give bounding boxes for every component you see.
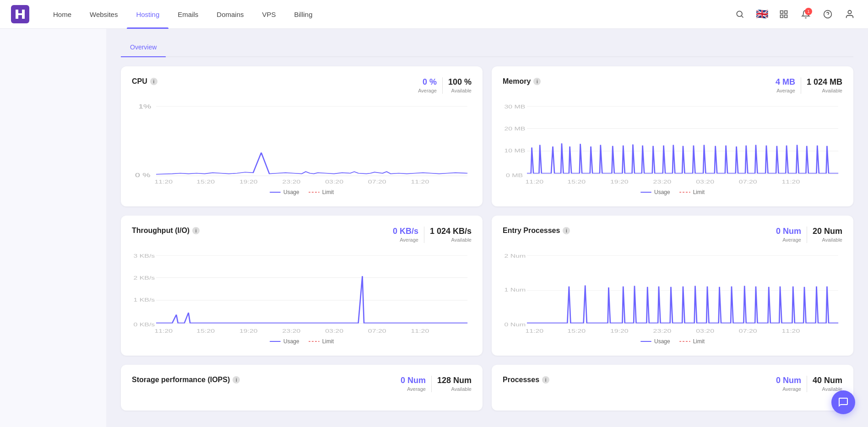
chat-button[interactable] (831, 390, 855, 414)
user-account-icon[interactable] (842, 7, 857, 22)
throughput-info-icon[interactable]: i (192, 227, 200, 234)
storage-iops-card: Storage performance (IOPS) i 0 Num Avera… (121, 365, 483, 411)
memory-stats: 4 MB Average 1 024 MB Available (776, 77, 842, 94)
processes-stat-divider (807, 376, 807, 392)
nav-billing[interactable]: Billing (285, 0, 322, 29)
help-icon[interactable] (820, 7, 835, 22)
svg-text:1 KB/s: 1 KB/s (134, 297, 155, 303)
memory-legend-limit: Limit (679, 189, 705, 195)
svg-text:11:20: 11:20 (525, 329, 543, 333)
svg-text:11:20: 11:20 (782, 329, 800, 333)
main-layout: Overview CPU i 0 % Average (0, 29, 868, 427)
limit-line-icon (309, 192, 320, 193)
svg-text:07:20: 07:20 (368, 179, 386, 184)
cpu-legend: Usage Limit (132, 189, 472, 195)
cpu-info-icon[interactable]: i (150, 78, 157, 85)
storage-iops-header: Storage performance (IOPS) i 0 Num Avera… (132, 376, 472, 392)
site-logo[interactable] (11, 5, 29, 23)
sidebar (0, 29, 106, 427)
entry-limit-line-icon (679, 341, 690, 342)
svg-text:1%: 1% (138, 103, 151, 109)
memory-info-icon[interactable]: i (533, 78, 541, 85)
memory-avg-value: 4 MB (776, 77, 795, 87)
search-icon[interactable] (732, 7, 747, 22)
nav-websites[interactable]: Websites (81, 0, 127, 29)
language-flag-icon[interactable]: 🇬🇧 (754, 7, 769, 22)
storage-iops-avail-value: 128 Num (437, 376, 472, 385)
entry-processes-avg-value: 0 Num (776, 227, 801, 236)
processes-stats: 0 Num Average 40 Num Available (776, 376, 842, 392)
memory-stat-divider (801, 77, 801, 94)
throughput-avail-value: 1 024 KB/s (430, 227, 472, 236)
svg-text:23:20: 23:20 (653, 179, 672, 184)
nav-home[interactable]: Home (44, 0, 81, 29)
nav-right-icons: 🇬🇧 1 (732, 7, 857, 22)
throughput-avail-label: Available (430, 237, 472, 243)
svg-text:19:20: 19:20 (610, 179, 629, 184)
nav-vps[interactable]: VPS (253, 0, 285, 29)
cpu-limit-label: Limit (322, 189, 334, 195)
cpu-avail-label: Available (448, 88, 472, 93)
svg-text:07:20: 07:20 (368, 329, 386, 333)
storage-iops-title-text: Storage performance (IOPS) (132, 376, 230, 384)
throughput-title: Throughput (I/O) i (132, 227, 393, 235)
svg-text:30 MB: 30 MB (505, 104, 526, 109)
throughput-avg-block: 0 KB/s Average (393, 227, 418, 243)
svg-text:1 Num: 1 Num (505, 287, 526, 292)
processes-info-icon[interactable]: i (542, 376, 549, 384)
processes-avg-block: 0 Num Average (776, 376, 801, 392)
memory-card: Memory i 4 MB Average 1 024 MB Available (492, 66, 853, 206)
processes-title: Processes i (503, 376, 776, 384)
svg-text:11:20: 11:20 (525, 179, 543, 184)
nav-emails[interactable]: Emails (168, 0, 207, 29)
storage-iops-title: Storage performance (IOPS) i (132, 376, 401, 384)
svg-text:15:20: 15:20 (567, 329, 586, 333)
entry-processes-card: Entry Processes i 0 Num Average 20 Num A… (492, 216, 853, 356)
svg-text:11:20: 11:20 (782, 179, 800, 184)
storage-iops-avail-label: Available (437, 386, 472, 392)
dashboard-icon[interactable] (776, 7, 791, 22)
cpu-title-text: CPU (132, 77, 147, 86)
svg-text:03:20: 03:20 (325, 179, 343, 184)
svg-text:10 MB: 10 MB (505, 148, 526, 153)
processes-avg-value: 0 Num (776, 376, 801, 385)
memory-avail-value: 1 024 MB (807, 77, 842, 87)
svg-text:2 KB/s: 2 KB/s (134, 276, 155, 281)
entry-processes-avail-label: Available (813, 237, 842, 243)
throughput-stats: 0 KB/s Average 1 024 KB/s Available (393, 227, 472, 243)
entry-processes-stat-divider (807, 227, 807, 243)
nav-domains[interactable]: Domains (207, 0, 253, 29)
svg-text:03:20: 03:20 (696, 179, 714, 184)
memory-card-header: Memory i 4 MB Average 1 024 MB Available (503, 77, 842, 94)
nav-links: Home Websites Hosting Emails Domains VPS… (44, 0, 732, 29)
throughput-legend: Usage Limit (132, 338, 472, 345)
throughput-limit-line-icon (309, 341, 320, 342)
tab-overview[interactable]: Overview (121, 38, 166, 57)
svg-text:15:20: 15:20 (196, 179, 215, 184)
svg-text:23:20: 23:20 (282, 179, 301, 184)
entry-processes-info-icon[interactable]: i (563, 227, 570, 234)
svg-text:19:20: 19:20 (239, 179, 258, 184)
throughput-card-header: Throughput (I/O) i 0 KB/s Average 1 024 … (132, 227, 472, 243)
entry-processes-legend-limit: Limit (679, 338, 705, 345)
entry-limit-label: Limit (693, 338, 705, 345)
entry-processes-avail-value: 20 Num (813, 227, 842, 236)
throughput-legend-usage: Usage (270, 338, 299, 345)
storage-iops-info-icon[interactable]: i (233, 376, 240, 384)
svg-rect-4 (785, 11, 787, 14)
memory-avail-block: 1 024 MB Available (807, 77, 842, 93)
memory-avg-block: 4 MB Average (776, 77, 795, 93)
memory-limit-label: Limit (693, 189, 705, 195)
storage-iops-stats: 0 Num Average 128 Num Available (401, 376, 472, 392)
tab-bar: Overview (121, 38, 853, 57)
svg-text:03:20: 03:20 (325, 329, 343, 333)
cpu-legend-limit: Limit (309, 189, 334, 195)
svg-text:0 %: 0 % (135, 172, 150, 178)
notification-icon[interactable]: 1 (798, 7, 813, 22)
throughput-avg-value: 0 KB/s (393, 227, 418, 236)
throughput-avail-block: 1 024 KB/s Available (430, 227, 472, 243)
nav-hosting[interactable]: Hosting (127, 0, 168, 29)
entry-processes-chart: 2 Num 1 Num 0 Num 11:20 15:20 19:20 23:2… (503, 250, 842, 333)
svg-rect-3 (781, 11, 783, 14)
throughput-title-text: Throughput (I/O) (132, 227, 190, 235)
